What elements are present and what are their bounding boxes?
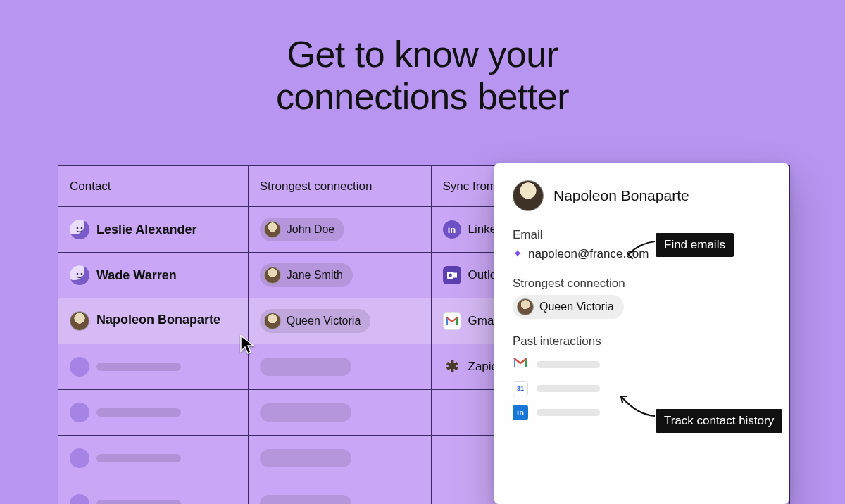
placeholder-text [537, 385, 600, 392]
placeholder-chip [260, 495, 351, 504]
callout-track-history: Track contact history [656, 409, 782, 433]
placeholder-chip [260, 358, 351, 376]
connection-chip[interactable]: John Doe [260, 218, 345, 241]
panel-connection-name: Queen Victoria [539, 301, 614, 313]
svg-rect-6 [453, 273, 457, 278]
placeholder-text [96, 408, 181, 417]
placeholder-avatar-icon [70, 357, 89, 377]
contact-detail-panel: Napoleon Bonaparte Email ✦ napoleon@fran… [494, 163, 789, 504]
placeholder-text [96, 363, 181, 371]
svg-point-0 [77, 227, 79, 229]
placeholder-text [96, 454, 181, 462]
smiley-avatar-icon [70, 220, 89, 239]
person-avatar-icon [517, 298, 534, 315]
arrow-icon [621, 237, 656, 260]
placeholder-avatar-icon [70, 494, 89, 504]
placeholder-chip [260, 403, 351, 422]
placeholder-text [96, 500, 181, 504]
connection-chip[interactable]: Queen Victoria [260, 309, 371, 333]
person-avatar-icon [264, 221, 281, 238]
connection-name: John Doe [287, 223, 335, 236]
sparkle-icon: ✦ [513, 246, 522, 261]
person-avatar-icon [264, 267, 281, 284]
svg-point-3 [81, 273, 83, 275]
callout-find-emails: Find emails [656, 233, 734, 257]
connection-chip[interactable]: Jane Smith [260, 263, 353, 287]
placeholder-avatar-icon [70, 403, 89, 422]
svg-point-5 [449, 274, 452, 277]
arrow-icon [615, 391, 656, 420]
col-header-contact: Contact [58, 166, 249, 206]
connection-name: Jane Smith [287, 269, 343, 282]
panel-contact-name: Napoleon Bonaparte [553, 187, 689, 204]
placeholder-text [537, 409, 600, 416]
connection-name: Queen Victoria [287, 315, 361, 327]
contact-name: Napoleon Bonaparte [96, 313, 220, 329]
headline-line-1: Get to know your [287, 34, 558, 75]
outlook-icon [443, 266, 461, 284]
linkedin-icon: in [513, 405, 528, 420]
smiley-avatar-icon [70, 265, 89, 285]
placeholder-chip [260, 449, 351, 467]
past-interaction-item[interactable] [513, 357, 770, 372]
connection-label: Strongest connection [513, 277, 770, 291]
zapier-icon: ✱ [443, 358, 461, 376]
col-header-connection: Strongest connection [249, 166, 432, 206]
gmail-icon [443, 312, 461, 330]
svg-point-2 [77, 273, 79, 275]
gmail-icon [513, 357, 528, 372]
contact-name: Wade Warren [96, 268, 177, 283]
contact-name: Leslie Alexander [96, 222, 196, 237]
page-headline: Get to know your connections better [0, 0, 845, 118]
placeholder-text [537, 361, 600, 368]
panel-avatar-icon [513, 180, 544, 211]
panel-connection-chip[interactable]: Queen Victoria [513, 295, 624, 319]
placeholder-avatar-icon [70, 448, 89, 468]
svg-point-1 [81, 227, 83, 229]
google-calendar-icon: 31 [513, 381, 528, 396]
person-avatar-icon [264, 313, 281, 329]
linkedin-icon: in [443, 220, 461, 239]
past-interactions-label: Past interactions [513, 334, 770, 348]
headline-line-2: connections better [276, 76, 569, 117]
cursor-icon [239, 334, 258, 358]
person-avatar-icon [70, 311, 89, 331]
